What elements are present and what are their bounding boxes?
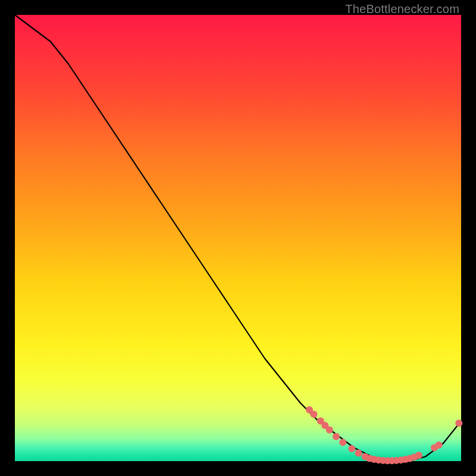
watermark-label: TheBottlenecker.com [345,2,459,16]
data-point-marker [415,452,422,459]
data-point-marker [455,419,462,427]
bottleneck-curve [15,15,461,461]
chart-frame: TheBottlenecker.com [0,0,476,476]
data-point-marker [436,441,443,449]
data-point-marker [355,450,362,457]
chart-overlay [15,15,461,461]
data-point-marker [326,427,333,434]
data-point-marker [339,439,346,446]
data-point-marker [348,445,355,452]
data-point-marker [311,411,318,418]
data-point-marker [333,433,340,440]
